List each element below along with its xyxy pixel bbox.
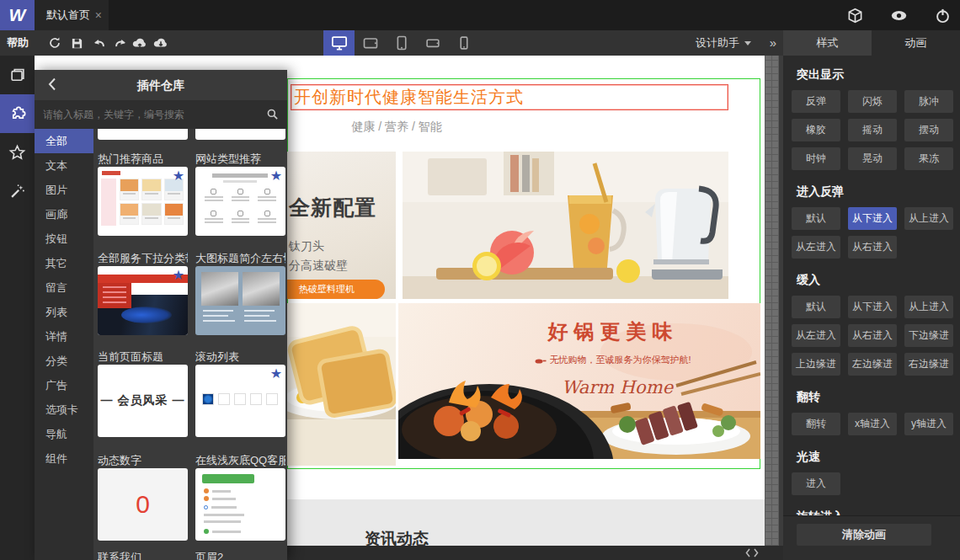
- search-icon[interactable]: [266, 108, 279, 120]
- plugin-card-partial[interactable]: [98, 129, 188, 140]
- category-nav[interactable]: 导航: [35, 422, 93, 446]
- clear-animation-button[interactable]: 清除动画: [797, 524, 931, 546]
- anim-button[interactable]: 果冻: [904, 147, 953, 170]
- anim-button[interactable]: y轴进入: [904, 413, 953, 435]
- plugin-label: 全部服务下拉分类带...: [98, 251, 188, 265]
- category-ad[interactable]: 广告: [35, 373, 93, 397]
- refresh-icon[interactable]: [44, 30, 66, 56]
- section-title-lightspeed: 光速: [783, 450, 960, 465]
- plugin-card-site-types[interactable]: ★: [195, 167, 285, 236]
- anim-button[interactable]: 橡胶: [792, 119, 840, 141]
- category-detail[interactable]: 详情: [35, 324, 93, 349]
- save-icon[interactable]: [66, 30, 88, 56]
- anim-button[interactable]: 闪烁: [848, 90, 897, 113]
- canvas-scrollbar[interactable]: [765, 56, 779, 546]
- favorite-star-icon[interactable]: ★: [270, 168, 282, 184]
- anim-button[interactable]: 上边缘进: [792, 353, 840, 376]
- anim-button[interactable]: 右边缘进: [904, 353, 953, 376]
- anim-button[interactable]: x轴进入: [848, 413, 897, 435]
- power-icon[interactable]: [933, 6, 952, 24]
- anim-button[interactable]: 从上进入: [904, 296, 953, 318]
- anim-button[interactable]: 进入: [792, 472, 840, 495]
- page-subtitle[interactable]: 健康 / 营养 / 智能: [287, 120, 506, 135]
- anim-button[interactable]: 时钟: [792, 147, 840, 170]
- category-tabs[interactable]: 选项卡: [35, 397, 93, 422]
- anim-button[interactable]: 反弹: [792, 90, 840, 113]
- tab-animation[interactable]: 动画: [872, 30, 960, 56]
- pan-icon: [535, 356, 547, 365]
- close-tab-icon[interactable]: ×: [95, 0, 102, 30]
- anim-button[interactable]: 从右进入: [848, 324, 897, 347]
- plugin-search-input[interactable]: [35, 100, 287, 129]
- tablet-portrait-view-button[interactable]: [386, 30, 417, 56]
- banner-config-heading: 全新配置: [289, 194, 376, 221]
- back-chevron-icon[interactable]: [46, 77, 58, 92]
- sidebar-item-plugins[interactable]: [0, 94, 35, 133]
- anim-button[interactable]: 默认: [792, 296, 840, 318]
- category-gallery[interactable]: 画廊: [35, 202, 93, 227]
- favorite-star-icon[interactable]: ★: [270, 365, 282, 381]
- category-image[interactable]: 图片: [35, 178, 93, 202]
- tablet-landscape-view-button[interactable]: [355, 30, 386, 56]
- sidebar-item-pages[interactable]: [0, 56, 35, 94]
- cloud-upload-icon[interactable]: [129, 30, 151, 56]
- plugin-card-partial[interactable]: [195, 129, 285, 140]
- category-component[interactable]: 组件: [35, 446, 93, 471]
- plugin-card-big-image-switcher[interactable]: [195, 266, 285, 335]
- tab-style[interactable]: 样式: [783, 30, 872, 56]
- banner-config-image[interactable]: 全新配置 钛刀头 分高速破壁 热破壁料理机: [287, 152, 396, 299]
- plugin-label: 网站类型推荐: [195, 152, 285, 166]
- category-list[interactable]: 列表: [35, 300, 93, 324]
- banner-toast-image[interactable]: [287, 303, 396, 466]
- plugin-card-page-title[interactable]: — 会员风采 —: [98, 365, 188, 437]
- category-text[interactable]: 文本: [35, 153, 93, 178]
- anim-button[interactable]: 下边缘进: [904, 324, 953, 347]
- plugin-label: 热门推荐商品: [98, 152, 188, 166]
- plugin-card-dynamic-number[interactable]: 0: [98, 468, 188, 541]
- category-button[interactable]: 按钮: [35, 227, 93, 251]
- collapse-panel-button[interactable]: »: [770, 30, 776, 56]
- template-cube-icon[interactable]: [845, 6, 864, 24]
- anim-button[interactable]: 左边缘进: [848, 353, 897, 376]
- page-tab[interactable]: 默认首页 ×: [35, 0, 109, 30]
- undo-icon[interactable]: [88, 30, 109, 56]
- sidebar-item-tools[interactable]: [0, 172, 35, 211]
- desktop-view-button[interactable]: [323, 30, 355, 56]
- anim-button[interactable]: 从右进入: [848, 236, 897, 259]
- anim-button[interactable]: 晃动: [848, 147, 897, 170]
- cloud-download-icon[interactable]: [150, 30, 172, 56]
- plugin-card-dropdown-nav[interactable]: ★: [98, 266, 188, 335]
- anim-button[interactable]: 从左进入: [792, 324, 840, 347]
- news-section-title[interactable]: 资讯动态: [287, 528, 506, 546]
- anim-button[interactable]: 从下进入: [848, 296, 897, 318]
- titlebar: W 默认首页 ×: [0, 0, 960, 30]
- category-classify[interactable]: 分类: [35, 349, 93, 373]
- preview-eye-icon[interactable]: [889, 6, 908, 24]
- category-all[interactable]: 全部: [35, 129, 93, 153]
- phone-landscape-view-button[interactable]: [417, 30, 448, 56]
- anim-button[interactable]: 默认: [792, 207, 840, 230]
- anim-button[interactable]: 翻转: [792, 413, 840, 435]
- page-tab-label: 默认首页: [46, 8, 90, 21]
- category-other[interactable]: 其它: [35, 251, 93, 275]
- banner-wok-image[interactable]: 好锅更美味 无忧购物，至诚服务为你保驾护航! Warm Home: [398, 303, 760, 459]
- anim-button[interactable]: 从上进入: [904, 207, 953, 230]
- help-button[interactable]: 帮助: [7, 30, 29, 56]
- plugin-card-qq-service[interactable]: [195, 468, 285, 541]
- sidebar-item-favorites[interactable]: [0, 133, 35, 172]
- category-message[interactable]: 留言: [35, 275, 93, 300]
- favorite-star-icon[interactable]: ★: [173, 267, 184, 283]
- anim-button[interactable]: 脉冲: [904, 90, 953, 113]
- design-assistant-dropdown[interactable]: 设计助手: [696, 30, 751, 56]
- page-title-element[interactable]: 开创新时代健康智能生活方式: [291, 84, 728, 110]
- anim-button[interactable]: 从左进入: [792, 236, 840, 259]
- plugin-card-scroll-list[interactable]: ★: [195, 365, 285, 437]
- code-view-icon[interactable]: [744, 547, 760, 558]
- plugin-card-hot-products[interactable]: ★: [98, 167, 188, 236]
- favorite-star-icon[interactable]: ★: [173, 168, 184, 184]
- phone-portrait-view-button[interactable]: [448, 30, 479, 56]
- anim-button[interactable]: 摇动: [848, 119, 897, 141]
- anim-button[interactable]: 摆动: [904, 119, 953, 141]
- anim-button-active[interactable]: 从下进入: [848, 207, 897, 230]
- banner-kettle-image[interactable]: [403, 152, 728, 299]
